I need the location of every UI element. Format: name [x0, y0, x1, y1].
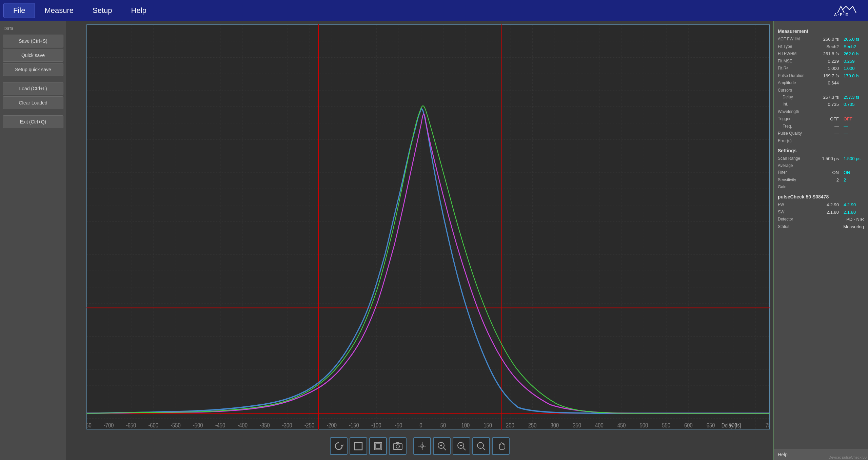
- svg-text:-550: -550: [171, 422, 181, 428]
- menu-help[interactable]: Help: [122, 3, 156, 18]
- data-section-label: Data: [3, 24, 63, 33]
- svg-text:650: 650: [707, 422, 715, 428]
- svg-text:-300: -300: [282, 422, 292, 428]
- status-row: Status Measuring: [778, 224, 864, 230]
- exit-button[interactable]: Exit (Ctrl+Q): [3, 115, 63, 128]
- hand-button[interactable]: [492, 437, 510, 455]
- menubar: File Measure Setup Help A·P·E: [0, 0, 868, 21]
- errors-row: Error(s): [778, 138, 864, 144]
- filter-row: Filter ON ON: [778, 169, 864, 176]
- trigger-freq-row: Freq. — —: [778, 123, 864, 130]
- svg-text:400: 400: [595, 422, 604, 428]
- svg-text:-450: -450: [215, 422, 225, 428]
- menu-file[interactable]: File: [3, 3, 35, 18]
- pan-button[interactable]: [369, 437, 387, 455]
- svg-text:-600: -600: [148, 422, 158, 428]
- svg-text:450: 450: [617, 422, 626, 428]
- settings-section-title: Settings: [778, 148, 864, 153]
- fit-r2-row: Fit R² 1.000 1.000: [778, 65, 864, 72]
- svg-text:↕: ↕: [479, 444, 481, 447]
- cursor-int-row: Int. 0.735 0.735: [778, 101, 864, 108]
- amplitude-row: Amplitude 0.644: [778, 80, 864, 87]
- svg-text:750: 750: [766, 422, 770, 428]
- menu-measure[interactable]: Measure: [35, 3, 83, 18]
- right-panel: Measurement ACF FWHM 266.0 fs 266.0 fs F…: [773, 21, 868, 460]
- svg-text:250: 250: [528, 422, 537, 428]
- zoom-in-button[interactable]: [433, 437, 451, 455]
- chart-container[interactable]: Intensity [arb. units]: [66, 21, 773, 460]
- fw-row: FW 4.2.90 4.2.90: [778, 202, 864, 208]
- chart-svg[interactable]: -750 -700 -650 -600 -550 -500 -450 -400 …: [86, 24, 770, 429]
- setup-quick-save-button[interactable]: Setup quick save: [3, 63, 63, 76]
- zoom-fit-button[interactable]: ↕: [472, 437, 490, 455]
- main-layout: Data Save (Ctrl+S) Quick save Setup quic…: [0, 21, 868, 460]
- svg-text:-650: -650: [126, 422, 136, 428]
- measurement-section-title: Measurement: [778, 28, 864, 34]
- svg-text:550: 550: [662, 422, 670, 428]
- save-button[interactable]: Save (Ctrl+S): [3, 35, 63, 47]
- svg-text:A·P·E: A·P·E: [834, 13, 849, 17]
- svg-point-71: [396, 445, 399, 448]
- crosshair-button[interactable]: [413, 437, 431, 455]
- pulse-quality-row: Pulse Quality — —: [778, 130, 864, 137]
- pulse-duration-row: Pulse Duration 169.7 fs 170.0 fs: [778, 73, 864, 79]
- svg-text:50: 50: [440, 422, 446, 428]
- svg-rect-69: [376, 444, 380, 448]
- wavelength-row: Wavelength — —: [778, 109, 864, 115]
- chart-area: Intensity [arb. units]: [66, 21, 773, 460]
- svg-text:100: 100: [461, 422, 470, 428]
- fit-fwhm-row: FITFWHM 261.8 fs 262.0 fs: [778, 51, 864, 57]
- svg-text:600: 600: [684, 422, 693, 428]
- svg-text:500: 500: [639, 422, 648, 428]
- zoom-box-button[interactable]: [350, 437, 367, 455]
- sensitivity-row: Sensitivity 2 2: [778, 177, 864, 184]
- svg-rect-67: [355, 442, 362, 450]
- svg-text:-50: -50: [395, 422, 402, 428]
- device-bottom-label: Device: pulseCheck 50: [828, 455, 867, 459]
- svg-text:-750: -750: [86, 422, 92, 428]
- svg-text:-700: -700: [104, 422, 114, 428]
- svg-text:-150: -150: [349, 422, 359, 428]
- cursor-delay-row: Delay 257.3 fs 257.3 fs: [778, 94, 864, 101]
- gain-row: Gain: [778, 184, 864, 190]
- device-section-title: pulseCheck 50 S08478: [778, 194, 864, 199]
- svg-text:Delay [fs]: Delay [fs]: [722, 422, 741, 428]
- svg-line-76: [443, 447, 446, 450]
- svg-text:-500: -500: [193, 422, 203, 428]
- fit-type-row: Fit Type Sech2 Sech2: [778, 43, 864, 50]
- reset-view-button[interactable]: [330, 437, 348, 455]
- detector-row: Detector PD - NIR: [778, 216, 864, 223]
- svg-text:-200: -200: [327, 422, 337, 428]
- svg-text:-350: -350: [260, 422, 270, 428]
- sw-row: SW 2.1.80 2.1.80: [778, 209, 864, 216]
- svg-text:350: 350: [573, 422, 581, 428]
- load-button[interactable]: Load (Ctrl+L): [3, 82, 63, 95]
- svg-line-83: [482, 447, 485, 450]
- svg-line-80: [463, 447, 466, 450]
- sidebar: Data Save (Ctrl+S) Quick save Setup quic…: [0, 21, 66, 460]
- svg-text:200: 200: [506, 422, 514, 428]
- cursors-label-row: Cursors: [778, 87, 864, 93]
- average-row: Average: [778, 162, 864, 169]
- zoom-out-button[interactable]: [453, 437, 470, 455]
- menu-setup[interactable]: Setup: [83, 3, 122, 18]
- svg-text:150: 150: [484, 422, 492, 428]
- trigger-row: Trigger OFF OFF: [778, 116, 864, 122]
- svg-rect-5: [86, 24, 770, 429]
- fit-mse-row: Fit MSE 0.229 0.259: [778, 58, 864, 65]
- acf-fwhm-row: ACF FWHM 266.0 fs 266.0 fs: [778, 36, 864, 43]
- svg-text:0: 0: [419, 422, 422, 428]
- screenshot-button[interactable]: [389, 437, 407, 455]
- help-label: Help: [778, 452, 788, 457]
- collapse-panel-button[interactable]: [773, 24, 774, 31]
- clear-loaded-button[interactable]: Clear Loaded: [3, 96, 63, 109]
- scan-range-row: Scan Range 1.500 ps 1.500 ps: [778, 155, 864, 162]
- app-logo: A·P·E: [834, 3, 861, 18]
- svg-text:-250: -250: [304, 422, 315, 428]
- chart-toolbar: ↕: [330, 437, 510, 455]
- svg-text:300: 300: [550, 422, 559, 428]
- svg-text:-100: -100: [371, 422, 381, 428]
- svg-text:-400: -400: [237, 422, 248, 428]
- quick-save-button[interactable]: Quick save: [3, 49, 63, 62]
